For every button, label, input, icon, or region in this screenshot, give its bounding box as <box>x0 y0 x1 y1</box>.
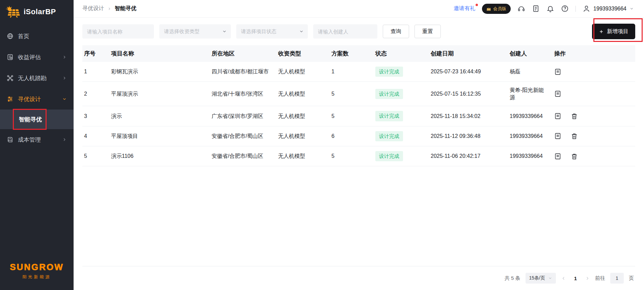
cell-creator: 杨磊 <box>508 62 553 82</box>
goto-suffix: 页 <box>629 275 634 282</box>
status-badge: 设计完成 <box>375 89 403 99</box>
cell-project-name: 演示1106 <box>109 146 210 166</box>
cell-created-date: 2025-11-18 15:34:02 <box>429 106 508 126</box>
cell-seq: 5 <box>82 146 109 166</box>
sidebar-item-drone-survey[interactable]: 无人机踏勘 <box>0 68 74 89</box>
breadcrumb-parent[interactable]: 寻优设计 <box>82 5 104 12</box>
reset-button[interactable]: 重置 <box>414 25 441 38</box>
cell-region: 安徽省/合肥市/蜀山区 <box>210 126 276 146</box>
sidebar-item-label: 首页 <box>18 32 29 40</box>
app-root: iSolarBP 首页 收益评估 <box>0 0 644 290</box>
table-row: 5 演示1106 安徽省/合肥市/蜀山区 无人机模型 5 设计完成 2025-1… <box>82 146 635 166</box>
table-header-row: 序号 项目名称 所在地区 收资类型 方案数 状态 创建日期 创建人 操作 <box>82 45 635 62</box>
report-document-icon[interactable] <box>554 68 561 75</box>
cell-created-date: 2025-07-15 16:12:35 <box>429 82 508 106</box>
page-size-value: 15条/页 <box>529 275 545 281</box>
user-account[interactable]: 19939339664 <box>583 5 634 13</box>
cell-plan-count: 6 <box>330 126 374 146</box>
pagination: 共 5 条 15条/页 1 前往 1 页 <box>82 266 635 290</box>
main-area: 寻优设计 智能寻优 邀请有礼 会员版 <box>74 0 644 290</box>
app-logo[interactable]: iSolarBP <box>0 0 74 22</box>
page-size-select[interactable]: 15条/页 <box>526 273 556 284</box>
cell-region: 广东省/深圳市/罗湖区 <box>210 106 276 126</box>
col-plan-count: 方案数 <box>330 45 374 62</box>
cell-region: 湖北省/十堰市/张湾区 <box>210 82 276 106</box>
cell-creator: 19939339664 <box>508 146 553 166</box>
table-row: 1 彩钢瓦演示 四川省/成都市/都江堰市 无人机模型 1 设计完成 2025-0… <box>82 62 635 82</box>
next-page-icon[interactable] <box>585 276 590 281</box>
cell-capital-type: 无人机模型 <box>276 146 330 166</box>
col-project-name: 项目名称 <box>109 45 210 62</box>
report-document-icon[interactable] <box>554 90 561 97</box>
cell-actions <box>553 62 635 82</box>
breadcrumb-separator-icon <box>107 7 111 11</box>
drone-survey-icon <box>7 75 14 81</box>
project-status-select[interactable]: 请选择项目状态 <box>236 24 308 39</box>
delete-trash-icon[interactable] <box>571 153 578 160</box>
table-row: 4 平屋顶项目 安徽省/合肥市/蜀山区 无人机模型 6 设计完成 2025-11… <box>82 126 635 146</box>
chevron-right-icon <box>62 55 67 59</box>
cell-capital-type: 无人机模型 <box>276 82 330 106</box>
sidebar-item-label: 成本管理 <box>18 136 41 144</box>
col-region: 所在地区 <box>210 45 276 62</box>
cell-status: 设计完成 <box>374 62 429 82</box>
cell-creator: 19939339664 <box>508 126 553 146</box>
sidebar-item-optimization-design[interactable]: 寻优设计 <box>0 89 74 110</box>
capital-type-select[interactable]: 请选择收资类型 <box>159 24 231 39</box>
col-creator: 创建人 <box>508 45 553 62</box>
cell-capital-type: 无人机模型 <box>276 126 330 146</box>
cell-actions <box>553 106 635 126</box>
goto-page-input[interactable]: 1 <box>610 273 624 284</box>
cell-plan-count: 5 <box>330 106 374 126</box>
goto-prefix: 前往 <box>595 275 605 282</box>
avatar-icon <box>583 5 590 13</box>
col-actions: 操作 <box>553 45 635 62</box>
sidebar-item-label: 收益评估 <box>18 53 41 61</box>
cell-plan-count: 5 <box>330 82 374 106</box>
col-status: 状态 <box>374 45 429 62</box>
status-badge: 设计完成 <box>375 151 403 161</box>
cell-status: 设计完成 <box>374 126 429 146</box>
delete-trash-icon[interactable] <box>571 132 578 140</box>
document-list-icon[interactable] <box>532 5 540 13</box>
filter-bar: 请选择收资类型 请选择项目状态 查询 重置 <box>82 24 635 39</box>
delete-trash-icon[interactable] <box>571 113 578 120</box>
sidebar-item-smart-optimization[interactable]: 智能寻优 <box>0 110 74 129</box>
membership-badge[interactable]: 会员版 <box>482 4 511 14</box>
sidebar-item-label: 无人机踏勘 <box>18 74 47 82</box>
page-number-current[interactable]: 1 <box>571 275 580 281</box>
new-project-button[interactable]: 新增项目 <box>592 24 635 39</box>
chevron-down-icon <box>299 29 304 34</box>
topbar-right: 邀请有礼 会员版 <box>454 4 634 14</box>
creator-input[interactable] <box>313 24 377 39</box>
query-button[interactable]: 查询 <box>383 25 409 38</box>
sidebar-item-revenue-evaluation[interactable]: 收益评估 <box>0 47 74 68</box>
new-project-button-label: 新增项目 <box>607 28 628 35</box>
help-icon[interactable] <box>561 5 569 13</box>
report-document-icon[interactable] <box>554 153 561 160</box>
cell-actions <box>553 82 635 106</box>
sidebar-item-label: 寻优设计 <box>18 95 41 103</box>
sidebar-item-cost-management[interactable]: 成本管理 <box>0 129 74 150</box>
headset-support-icon[interactable] <box>517 5 525 13</box>
home-globe-icon <box>7 33 14 40</box>
status-badge: 设计完成 <box>375 111 403 121</box>
project-table-wrap: 序号 项目名称 所在地区 收资类型 方案数 状态 创建日期 创建人 操作 <box>82 45 635 266</box>
cell-actions <box>553 146 635 166</box>
prev-page-icon[interactable] <box>561 276 566 281</box>
sidebar: iSolarBP 首页 收益评估 <box>0 0 74 290</box>
plus-icon <box>599 29 604 34</box>
project-name-input[interactable] <box>82 24 154 39</box>
cell-region: 安徽省/合肥市/蜀山区 <box>210 146 276 166</box>
capital-type-placeholder: 请选择收资类型 <box>164 28 199 35</box>
report-document-icon[interactable] <box>554 132 561 140</box>
invite-link[interactable]: 邀请有礼 <box>454 5 475 12</box>
cell-project-name: 平屋顶项目 <box>109 126 210 146</box>
report-document-icon[interactable] <box>554 113 561 120</box>
crown-icon <box>486 7 491 11</box>
cell-region: 四川省/成都市/都江堰市 <box>210 62 276 82</box>
sidebar-subitem-label: 智能寻优 <box>19 116 42 123</box>
bell-icon[interactable] <box>546 5 554 13</box>
content-area: 请选择收资类型 请选择项目状态 查询 重置 <box>74 18 644 290</box>
sidebar-item-home[interactable]: 首页 <box>0 26 74 47</box>
